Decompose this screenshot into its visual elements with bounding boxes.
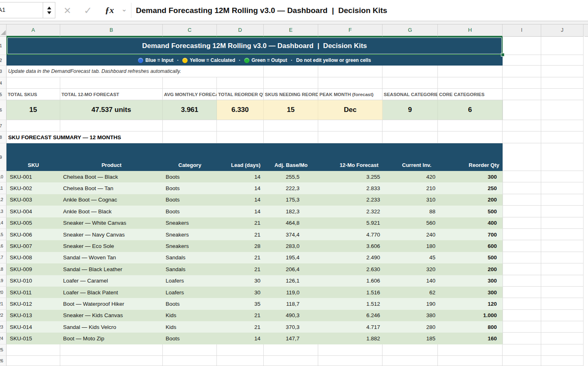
cell[interactable]: 464,8: [264, 217, 318, 229]
row-number-13[interactable]: 13: [0, 206, 7, 217]
cell[interactable]: [163, 344, 217, 356]
fx-icon[interactable]: ƒx: [105, 0, 114, 20]
cell[interactable]: [383, 131, 438, 143]
cell[interactable]: [541, 206, 584, 217]
cell[interactable]: [541, 171, 584, 182]
cell[interactable]: [60, 120, 163, 131]
select-all-corner[interactable]: [0, 24, 7, 37]
cell[interactable]: Sneakers: [163, 229, 217, 240]
cell[interactable]: [60, 344, 163, 356]
cell[interactable]: 2.490: [318, 252, 383, 263]
cell[interactable]: [541, 287, 584, 298]
cell[interactable]: [503, 194, 541, 206]
cell[interactable]: 21: [217, 229, 264, 240]
cell[interactable]: 62: [383, 287, 438, 298]
cell[interactable]: [503, 182, 541, 194]
row-number-8[interactable]: 8: [0, 131, 7, 143]
cell[interactable]: [217, 356, 264, 366]
kpi-value-cell[interactable]: 47.537 units: [60, 100, 163, 120]
cell[interactable]: [503, 131, 541, 143]
cell[interactable]: [541, 252, 584, 263]
cell[interactable]: Boots: [163, 206, 217, 217]
row-number-22[interactable]: 22: [0, 310, 7, 321]
kpi-label-cell[interactable]: TOTAL REORDER QTY: [217, 89, 264, 100]
cell[interactable]: [60, 356, 163, 366]
cell[interactable]: 370,3: [264, 321, 318, 333]
cell[interactable]: Loafer — Caramel: [60, 275, 163, 287]
cell[interactable]: 1.512: [318, 298, 383, 309]
cell[interactable]: [7, 356, 60, 366]
cell[interactable]: [503, 229, 541, 240]
cell[interactable]: [541, 240, 584, 252]
enter-icon[interactable]: ✓: [84, 0, 92, 21]
cell[interactable]: [438, 344, 503, 356]
table-header-cell[interactable]: 12-Mo Forecast: [318, 143, 383, 171]
cell[interactable]: [503, 263, 541, 275]
cell[interactable]: 500: [438, 252, 503, 263]
cell[interactable]: [503, 310, 541, 321]
cell[interactable]: Sneaker — Eco Sole: [60, 240, 163, 252]
cell[interactable]: SKU-011: [7, 287, 60, 298]
cell[interactable]: [438, 131, 503, 143]
cell[interactable]: SKU-004: [7, 206, 60, 217]
cell[interactable]: [383, 66, 438, 77]
cell[interactable]: [318, 344, 383, 356]
cell[interactable]: [264, 120, 318, 131]
cell[interactable]: [541, 131, 584, 143]
cell-a1-title[interactable]: Demand Forecasting 12M Rolling v3.0 — Da…: [7, 37, 503, 55]
cell[interactable]: 30: [217, 287, 264, 298]
cell[interactable]: [541, 356, 584, 366]
cell[interactable]: [163, 77, 217, 89]
cell[interactable]: Sandals: [163, 252, 217, 263]
row-number-7[interactable]: 7: [0, 120, 7, 131]
cell[interactable]: [503, 298, 541, 309]
row-number-11[interactable]: 11: [0, 182, 7, 194]
kpi-label-cell[interactable]: SEASONAL CATEGORIES: [383, 89, 438, 100]
cell[interactable]: 21: [217, 217, 264, 229]
cell[interactable]: [503, 321, 541, 333]
cell[interactable]: 182,3: [264, 206, 318, 217]
cell[interactable]: [541, 333, 584, 344]
update-note-cell[interactable]: Update data in the DemandForecast tab. D…: [7, 66, 264, 77]
cell[interactable]: SKU-006: [7, 229, 60, 240]
cell[interactable]: [503, 217, 541, 229]
kpi-value-cell[interactable]: 3.961: [163, 100, 217, 120]
cell[interactable]: SKU-014: [7, 321, 60, 333]
kpi-label-cell[interactable]: AVG MONTHLY FORECAST: [163, 89, 217, 100]
cell[interactable]: [503, 143, 541, 171]
legend-cell[interactable]: Blue = Input·Yellow = Calculated·Green =…: [7, 55, 503, 66]
cell[interactable]: [541, 217, 584, 229]
cell[interactable]: [264, 131, 318, 143]
cell[interactable]: [503, 287, 541, 298]
name-box-spinner[interactable]: [43, 2, 55, 18]
cell[interactable]: 160: [438, 333, 503, 344]
cell[interactable]: [541, 66, 584, 77]
cell[interactable]: SKU-001: [7, 171, 60, 182]
cell[interactable]: 185: [383, 333, 438, 344]
cell[interactable]: 2.630: [318, 263, 383, 275]
column-header-F[interactable]: F: [318, 24, 383, 37]
row-number-16[interactable]: 16: [0, 240, 7, 252]
cell[interactable]: [264, 77, 318, 89]
cell[interactable]: 4.770: [318, 229, 383, 240]
cell[interactable]: 14: [217, 171, 264, 182]
cell[interactable]: [503, 66, 541, 77]
cell[interactable]: [438, 120, 503, 131]
cell[interactable]: 210: [383, 182, 438, 194]
cell[interactable]: [264, 344, 318, 356]
cell[interactable]: [541, 275, 584, 287]
cell[interactable]: 200: [438, 263, 503, 275]
cell[interactable]: Sandal — Black Leather: [60, 263, 163, 275]
cell[interactable]: [541, 263, 584, 275]
cell[interactable]: Boots: [163, 333, 217, 344]
cell[interactable]: [438, 356, 503, 366]
cell[interactable]: [541, 100, 584, 120]
table-header-cell[interactable]: SKU: [7, 143, 60, 171]
cell[interactable]: [541, 89, 584, 100]
cell[interactable]: Boots: [163, 194, 217, 206]
cell[interactable]: SKU-005: [7, 217, 60, 229]
cell[interactable]: 380: [383, 310, 438, 321]
cell[interactable]: Boot — Moto Zip: [60, 333, 163, 344]
cell[interactable]: [7, 77, 60, 89]
cell[interactable]: 21: [217, 252, 264, 263]
